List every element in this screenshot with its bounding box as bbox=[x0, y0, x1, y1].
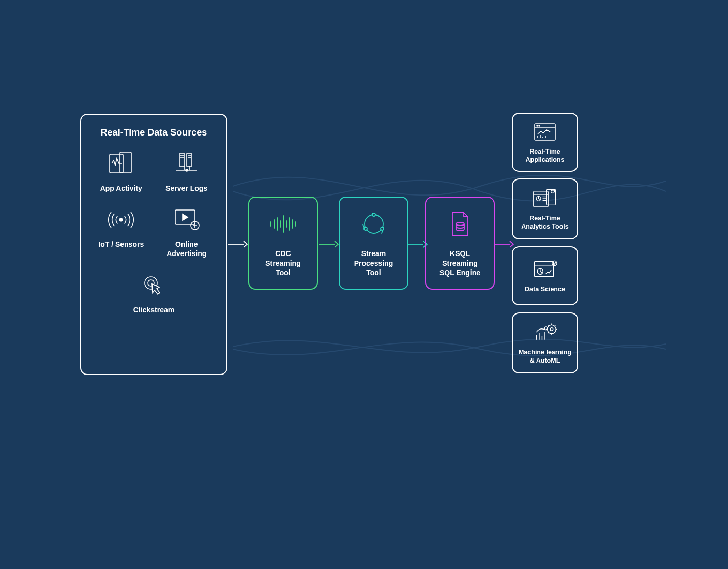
arrow-icon bbox=[494, 239, 514, 249]
svg-point-34 bbox=[456, 222, 464, 226]
ml-icon bbox=[533, 321, 557, 344]
source-label: Online Advertising bbox=[156, 239, 218, 258]
svg-point-32 bbox=[381, 227, 384, 230]
arrow-icon bbox=[319, 239, 339, 249]
sources-title: Real-Time Data Sources bbox=[90, 127, 217, 138]
svg-point-38 bbox=[539, 125, 540, 126]
online-advertising-icon bbox=[172, 205, 201, 234]
source-clickstream: Clickstream bbox=[133, 271, 174, 315]
output-analytics-tools: Real-Time Analytics Tools bbox=[512, 178, 578, 239]
analytics-icon bbox=[533, 187, 557, 210]
server-logs-icon bbox=[172, 149, 201, 178]
svg-point-54 bbox=[552, 261, 557, 265]
output-label: Real-Time Analytics Tools bbox=[518, 214, 572, 231]
svg-point-7 bbox=[186, 169, 188, 171]
source-label: Server Logs bbox=[165, 184, 207, 193]
output-data-science: Data Science bbox=[512, 246, 578, 305]
sources-panel: Real-Time Data Sources App Activity Serv… bbox=[80, 114, 228, 375]
svg-point-12 bbox=[120, 219, 123, 221]
svg-line-68 bbox=[548, 332, 549, 333]
source-label: App Activity bbox=[100, 184, 142, 193]
cycle-icon bbox=[358, 208, 389, 239]
output-label: Data Science bbox=[525, 285, 565, 293]
svg-point-30 bbox=[365, 215, 383, 233]
sql-file-icon bbox=[445, 208, 476, 239]
svg-line-69 bbox=[554, 332, 555, 333]
processor-label: Stream Processing Tool bbox=[348, 249, 399, 278]
svg-point-31 bbox=[372, 213, 375, 216]
processor-stream-processing: Stream Processing Tool bbox=[339, 197, 408, 290]
clickstream-icon bbox=[139, 271, 168, 300]
processor-cdc-streaming: CDC Streaming Tool bbox=[248, 197, 318, 290]
output-label: Machine learning & AutoML bbox=[518, 348, 572, 365]
svg-rect-51 bbox=[535, 261, 554, 277]
data-science-icon bbox=[533, 258, 557, 281]
svg-line-66 bbox=[548, 325, 549, 326]
output-label: Real-Time Applications bbox=[518, 147, 572, 164]
source-label: IoT / Sensors bbox=[98, 239, 144, 249]
iot-sensors-icon bbox=[107, 205, 135, 234]
source-app-activity: App Activity bbox=[100, 149, 142, 193]
app-activity-icon bbox=[107, 149, 135, 178]
arrow-icon bbox=[228, 239, 248, 249]
svg-line-67 bbox=[554, 325, 555, 326]
output-real-time-apps: Real-Time Applications bbox=[512, 113, 578, 172]
output-ml-automl: Machine learning & AutoML bbox=[512, 312, 578, 373]
svg-point-37 bbox=[537, 125, 538, 126]
source-online-advertising: Online Advertising bbox=[156, 205, 218, 258]
svg-point-33 bbox=[364, 227, 367, 230]
processor-label: KSQL Streaming SQL Engine bbox=[434, 249, 486, 278]
processor-ksql-engine: KSQL Streaming SQL Engine bbox=[425, 197, 495, 290]
waveform-icon bbox=[268, 208, 299, 239]
processor-label: CDC Streaming Tool bbox=[257, 249, 309, 278]
svg-point-61 bbox=[550, 328, 553, 331]
source-iot-sensors: IoT / Sensors bbox=[98, 205, 144, 258]
dashboard-icon bbox=[533, 121, 557, 143]
svg-rect-1 bbox=[120, 152, 131, 173]
wave-decoration-bottom bbox=[233, 295, 666, 398]
source-server-logs: Server Logs bbox=[165, 149, 207, 193]
source-label: Clickstream bbox=[133, 305, 174, 315]
